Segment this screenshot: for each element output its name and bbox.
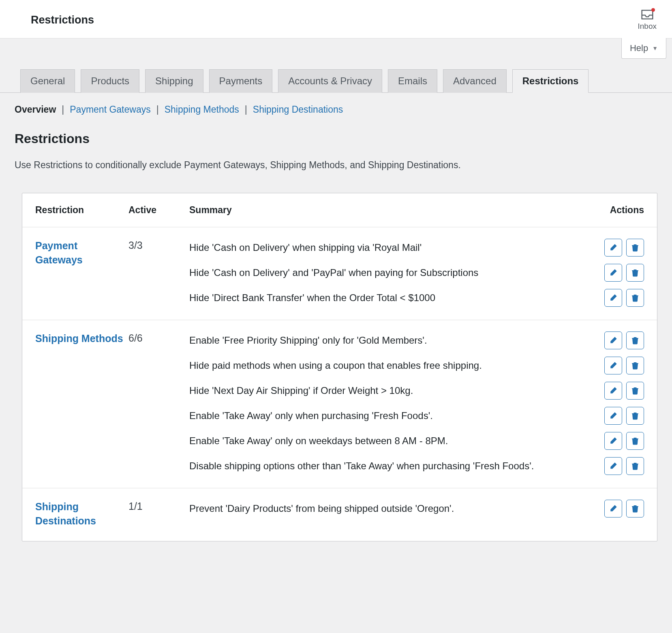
rule-actions [604,382,644,400]
edit-button[interactable] [604,432,622,450]
delete-button[interactable] [626,500,644,518]
rule-summary: Hide 'Cash on Delivery' and 'PayPal' whe… [189,266,597,280]
restriction-group-link[interactable]: Shipping Destinations [35,500,128,528]
edit-button[interactable] [604,239,622,257]
edit-button[interactable] [604,500,622,518]
col-actions: Actions [579,205,644,216]
edit-button[interactable] [604,407,622,425]
rule-actions [604,264,644,282]
rule-summary: Hide 'Next Day Air Shipping' if Order We… [189,384,597,398]
rule-row: Enable 'Free Priority Shipping' only for… [189,331,644,349]
pencil-icon [609,462,617,470]
tab-payments[interactable]: Payments [209,69,273,93]
subtab-shipping-methods[interactable]: Shipping Methods [165,104,239,115]
col-summary: Summary [189,205,579,216]
pencil-icon [609,361,617,370]
rule-row: Hide 'Direct Bank Transfer' when the Ord… [189,289,644,307]
trash-icon [631,336,639,344]
tab-products[interactable]: Products [81,69,139,93]
trash-icon [631,412,639,420]
rule-row: Disable shipping options other than 'Tak… [189,457,644,475]
pencil-icon [609,505,617,513]
col-active: Active [128,205,189,216]
active-count: 6/6 [128,331,189,344]
rule-row: Enable 'Take Away' only on weekdays betw… [189,432,644,450]
delete-button[interactable] [626,407,644,425]
delete-button[interactable] [626,432,644,450]
trash-icon [631,462,639,470]
primary-tabs: GeneralProductsShippingPaymentsAccounts … [0,59,672,93]
edit-button[interactable] [604,331,622,349]
inbox-button[interactable]: Inbox [638,9,657,31]
pencil-icon [609,294,617,302]
restriction-group-link[interactable]: Payment Gateways [35,239,128,267]
rule-actions [604,407,644,425]
table-row: Shipping Methods6/6Enable 'Free Priority… [22,320,657,488]
rule-summary: Hide 'Cash on Delivery' when shipping vi… [189,241,597,255]
pencil-icon [609,437,617,445]
delete-button[interactable] [626,331,644,349]
tab-general[interactable]: General [20,69,75,93]
restriction-group-link[interactable]: Shipping Methods [35,331,128,346]
delete-button[interactable] [626,357,644,374]
rule-row: Hide 'Next Day Air Shipping' if Order We… [189,382,644,400]
trash-icon [631,294,639,302]
restrictions-table: Restriction Active Summary Actions Payme… [22,193,657,541]
trash-icon [631,361,639,370]
help-row: Help ▼ [0,38,672,59]
sub-tabs: Overview|Payment Gateways|Shipping Metho… [0,93,672,115]
trash-icon [631,269,639,277]
rule-actions [604,500,644,518]
rule-actions [604,331,644,349]
subtab-separator: | [58,104,67,115]
rule-actions [604,457,644,475]
col-restriction: Restriction [35,205,128,216]
tab-shipping[interactable]: Shipping [145,69,203,93]
delete-button[interactable] [626,239,644,257]
rule-summary: Enable 'Take Away' only on weekdays betw… [189,434,597,448]
top-bar: Restrictions Inbox [0,0,672,38]
rule-row: Hide 'Cash on Delivery' and 'PayPal' whe… [189,264,644,282]
active-count: 3/3 [128,239,189,251]
section-title: Restrictions [15,131,657,146]
delete-button[interactable] [626,457,644,475]
pencil-icon [609,412,617,420]
rule-actions [604,357,644,374]
tab-advanced[interactable]: Advanced [443,69,507,93]
rule-summary: Disable shipping options other than 'Tak… [189,459,597,473]
page-title: Restrictions [31,14,94,26]
notification-dot-icon [651,8,655,12]
rule-summary: Prevent 'Dairy Products' from being ship… [189,502,597,516]
subtab-shipping-destinations[interactable]: Shipping Destinations [253,104,343,115]
edit-button[interactable] [604,357,622,374]
table-header: Restriction Active Summary Actions [22,193,657,227]
table-row: Payment Gateways3/3Hide 'Cash on Deliver… [22,227,657,320]
pencil-icon [609,336,617,344]
rule-actions [604,239,644,257]
edit-button[interactable] [604,382,622,400]
pencil-icon [609,269,617,277]
rule-actions [604,432,644,450]
rules-list: Hide 'Cash on Delivery' when shipping vi… [189,239,644,307]
active-count: 1/1 [128,500,189,512]
rule-row: Hide 'Cash on Delivery' when shipping vi… [189,239,644,257]
trash-icon [631,505,639,513]
tab-restrictions[interactable]: Restrictions [512,69,589,93]
delete-button[interactable] [626,264,644,282]
delete-button[interactable] [626,382,644,400]
rule-row: Hide paid methods when using a coupon th… [189,357,644,374]
rule-actions [604,289,644,307]
rule-summary: Hide 'Direct Bank Transfer' when the Ord… [189,291,597,305]
inbox-icon [641,9,654,20]
edit-button[interactable] [604,457,622,475]
pencil-icon [609,244,617,252]
edit-button[interactable] [604,264,622,282]
subtab-overview[interactable]: Overview [15,104,56,115]
edit-button[interactable] [604,289,622,307]
rule-summary: Enable 'Take Away' only when purchasing … [189,409,597,423]
tab-accounts-privacy[interactable]: Accounts & Privacy [278,69,382,93]
subtab-payment-gateways[interactable]: Payment Gateways [70,104,150,115]
tab-emails[interactable]: Emails [388,69,437,93]
help-toggle[interactable]: Help ▼ [621,38,666,59]
delete-button[interactable] [626,289,644,307]
